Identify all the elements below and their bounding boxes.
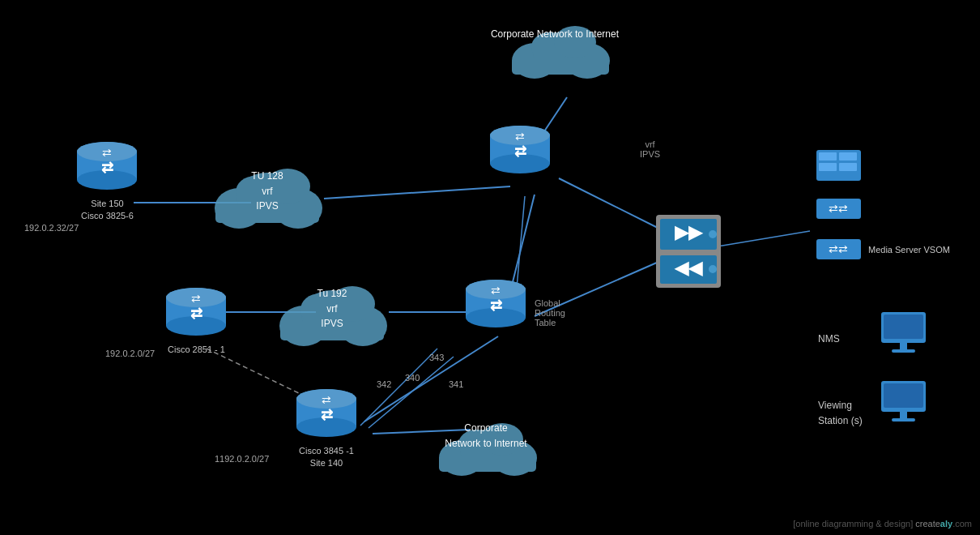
router-cisco3845-svg: ⇄ ⇄ [296, 389, 357, 442]
firewall-svg: ▶▶ ◀◀ [652, 211, 725, 292]
svg-line-4 [510, 195, 535, 292]
brand-create: create [915, 519, 940, 529]
cloud-tu128: TU 128 vrf IPVS [202, 150, 332, 239]
num-342: 342 [377, 379, 391, 389]
vrf-ipvs-label: vrf IPVS [640, 139, 660, 159]
svg-text:⇄: ⇄ [102, 146, 112, 159]
router-main-mid: ⇄ ⇄ [462, 280, 530, 332]
svg-text:⇄: ⇄ [190, 306, 202, 322]
svg-rect-78 [839, 152, 857, 160]
router-cisco2851-svg: ⇄ ⇄ [166, 288, 227, 340]
addr-1192: 1192.0.2.0/27 [215, 454, 269, 464]
cloud-tu128-label: TU 128 vrf IPVS [251, 170, 283, 212]
cloud-tu192: Tu 192 vrf IPVS [267, 268, 397, 357]
router-main-top: ⇄ ⇄ [486, 126, 555, 178]
svg-line-14 [517, 196, 525, 288]
global-routing-label: Global Routing Table [535, 298, 565, 327]
router-site150: ⇄ ⇄ Site 150 Cisco 3825-6 [73, 142, 142, 223]
nms-computer-icon [875, 312, 931, 357]
svg-rect-38 [439, 456, 536, 472]
svg-text:⇄: ⇄ [101, 160, 113, 176]
svg-text:▶▶: ▶▶ [675, 222, 704, 242]
svg-rect-77 [819, 152, 837, 160]
diagram-canvas: Corporate Network to Internet TU 128 vrf… [0, 0, 980, 535]
legend-icon-1 [814, 150, 863, 182]
router-site150-label: Site 150 Cisco 3825-6 [81, 198, 134, 223]
cloud-bottom-label: Corporate Network to Internet [445, 422, 526, 449]
router-cisco2851-label: Cisco 2851 - 1 [168, 344, 225, 356]
svg-text:⇄: ⇄ [191, 292, 201, 305]
legend-icon-2: ⇄⇄ [814, 195, 863, 223]
svg-rect-91 [900, 412, 907, 418]
router-cisco2851: ⇄ ⇄ Cisco 2851 - 1 [162, 288, 231, 356]
firewall-box: ▶▶ ◀◀ [648, 207, 729, 296]
viewing-station-icon [875, 381, 931, 426]
cloud-top-label: Corporate Network to Internet [491, 28, 619, 40]
nms-label: NMS [818, 331, 840, 346]
svg-text:⇄: ⇄ [490, 297, 502, 314]
viewing-station-label: Viewing Station (s) [818, 397, 863, 428]
legend-icon-2-svg: ⇄⇄ [816, 195, 861, 223]
watermark-text: [online diagramming & design] [793, 519, 913, 529]
svg-text:◀◀: ◀◀ [674, 258, 703, 278]
cloud-bottom: Corporate Network to Internet [421, 405, 551, 486]
svg-line-1 [324, 186, 510, 199]
num-341: 341 [449, 379, 463, 389]
svg-text:⇄: ⇄ [322, 393, 331, 406]
nms-computer-svg [877, 312, 930, 357]
svg-rect-86 [884, 315, 923, 339]
legend-icon-media-svg: ⇄⇄ [816, 235, 861, 263]
svg-rect-92 [892, 418, 915, 422]
media-server-label: Media Server VSOM [868, 242, 950, 256]
watermark: [online diagramming & design] createaly.… [793, 519, 972, 529]
num-340: 340 [405, 373, 420, 383]
svg-text:⇄: ⇄ [491, 284, 501, 297]
svg-point-74 [709, 230, 717, 238]
svg-text:⇄⇄: ⇄⇄ [829, 242, 848, 255]
addr-192-0: 192.0.2.0/27 [105, 349, 155, 358]
cloud-tu192-label: Tu 192 vrf IPVS [317, 288, 347, 329]
brand-com: .com [952, 519, 972, 529]
svg-text:⇄: ⇄ [320, 407, 332, 423]
cloud-top-svg [494, 8, 624, 89]
addr-192-32: 192.0.2.32/27 [24, 223, 79, 233]
svg-rect-20 [512, 58, 609, 75]
viewing-station-svg [877, 381, 930, 426]
svg-rect-87 [900, 343, 907, 349]
svg-rect-80 [839, 163, 857, 171]
brand-aly: aly [940, 519, 952, 529]
router-cisco3845: ⇄ ⇄ Cisco 3845 -1 Site 140 [290, 389, 363, 470]
router-main-mid-svg: ⇄ ⇄ [466, 280, 526, 332]
svg-rect-79 [819, 163, 837, 171]
legend-icon-media: ⇄⇄ [814, 235, 863, 263]
svg-text:⇄: ⇄ [515, 130, 525, 143]
svg-point-75 [709, 265, 717, 273]
router-main-top-svg: ⇄ ⇄ [490, 126, 551, 178]
cloud-top: Corporate Network to Internet [490, 8, 628, 89]
svg-text:⇄⇄: ⇄⇄ [829, 202, 848, 215]
svg-text:⇄: ⇄ [514, 143, 526, 160]
svg-rect-88 [892, 349, 915, 353]
num-343: 343 [429, 353, 444, 362]
svg-rect-90 [884, 383, 923, 408]
router-site150-svg: ⇄ ⇄ [77, 142, 138, 195]
router-cisco3845-label: Cisco 3845 -1 Site 140 [299, 445, 354, 470]
legend-icon-1-svg [816, 150, 861, 182]
